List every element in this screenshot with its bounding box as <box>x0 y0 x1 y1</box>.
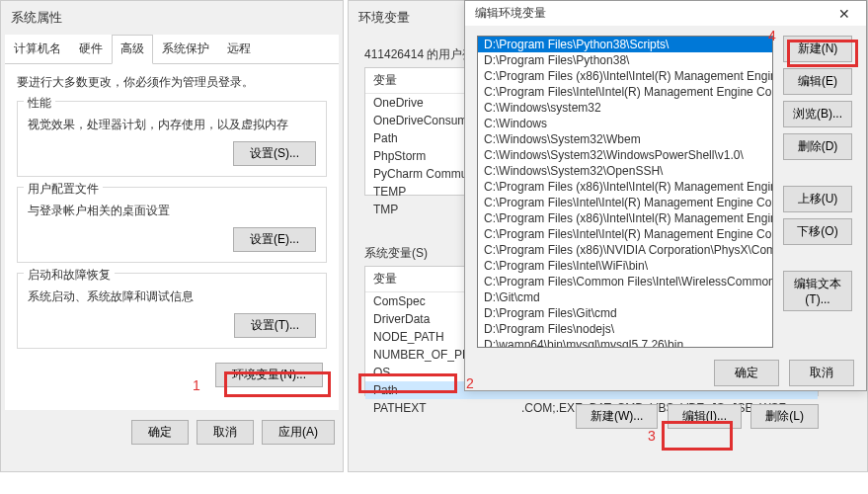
env-variables-button[interactable]: 环境变量(N)... <box>215 363 323 387</box>
browse-button[interactable]: 浏览(B)... <box>783 101 852 127</box>
path-item[interactable]: D:\Program Files\Git\cmd <box>478 305 772 321</box>
admin-note: 要进行大多数更改，你必须作为管理员登录。 <box>17 74 327 91</box>
sys-new-button[interactable]: 新建(W)... <box>576 404 658 429</box>
win1-body: 要进行大多数更改，你必须作为管理员登录。 性能 视觉效果，处理器计划，内存使用，… <box>5 64 339 410</box>
system-properties-window: 系统属性 计算机名 硬件 高级 系统保护 远程 要进行大多数更改，你必须作为管理… <box>0 0 344 472</box>
tab-computer-name[interactable]: 计算机名 <box>5 35 70 63</box>
user-settings-button[interactable]: 设置(E)... <box>233 227 316 252</box>
edit-env-variable-window: 编辑环境变量 ✕ D:\Program Files\Python38\Scrip… <box>464 0 867 391</box>
path-item[interactable]: C:\Windows <box>478 116 772 131</box>
group-user-profile: 用户配置文件 与登录帐户相关的桌面设置 设置(E)... <box>17 187 327 263</box>
path-item[interactable]: D:\Git\cmd <box>478 289 772 305</box>
win1-cancel-button[interactable]: 取消 <box>197 420 254 445</box>
path-item[interactable]: C:\Program Files (x86)\Intel\Intel(R) Ma… <box>478 179 772 195</box>
var-name: PATHEXT <box>365 399 513 417</box>
group-performance: 性能 视觉效果，处理器计划，内存使用，以及虚拟内存 设置(S)... <box>17 101 327 177</box>
tab-hardware[interactable]: 硬件 <box>70 35 112 63</box>
new-button[interactable]: 新建(N) <box>783 36 852 62</box>
marker-2: 2 <box>466 375 474 391</box>
group-performance-desc: 视觉效果，处理器计划，内存使用，以及虚拟内存 <box>28 117 316 133</box>
path-list[interactable]: D:\Program Files\Python38\Scripts\D:\Pro… <box>477 36 773 348</box>
tab-advanced[interactable]: 高级 <box>112 35 153 64</box>
startup-settings-button[interactable]: 设置(T)... <box>234 313 316 338</box>
win1-bottom-buttons: 确定 取消 应用(A) <box>1 410 343 454</box>
path-item[interactable]: C:\Windows\System32\WindowsPowerShell\v1… <box>478 147 772 163</box>
group-startup-title: 启动和故障恢复 <box>24 267 115 284</box>
path-item[interactable]: D:\Program Files\Python38\Scripts\ <box>478 37 772 52</box>
marker-3: 3 <box>648 428 656 444</box>
side-buttons: 新建(N) 编辑(E) 浏览(B)... 删除(D) 上移(U) 下移(O) 编… <box>783 36 852 348</box>
win1-ok-button[interactable]: 确定 <box>131 420 189 445</box>
marker-1: 1 <box>193 377 200 393</box>
move-down-button[interactable]: 下移(O) <box>783 218 852 245</box>
win3-title: 编辑环境变量 <box>475 5 546 22</box>
group-user-profile-title: 用户配置文件 <box>24 181 103 198</box>
win1-tabs: 计算机名 硬件 高级 系统保护 远程 <box>5 35 339 64</box>
group-performance-title: 性能 <box>24 95 55 112</box>
tab-system-protection[interactable]: 系统保护 <box>153 35 218 63</box>
sys-delete-button[interactable]: 删除(L) <box>750 404 819 429</box>
path-item[interactable]: C:\Program Files\Intel\Intel(R) Manageme… <box>478 195 772 210</box>
group-startup-desc: 系统启动、系统故障和调试信息 <box>28 288 316 305</box>
path-item[interactable]: C:\Program Files\Common Files\Intel\Wire… <box>478 274 772 289</box>
path-item[interactable]: C:\Program Files\Intel\WiFi\bin\ <box>478 258 772 274</box>
win3-ok-button[interactable]: 确定 <box>714 360 779 386</box>
move-up-button[interactable]: 上移(U) <box>783 186 852 212</box>
path-item[interactable]: C:\Program Files\Intel\Intel(R) Manageme… <box>478 84 772 100</box>
edit-button[interactable]: 编辑(E) <box>783 68 852 95</box>
group-startup-recovery: 启动和故障恢复 系统启动、系统故障和调试信息 设置(T)... <box>17 273 327 349</box>
path-item[interactable]: C:\Program Files (x86)\Intel\Intel(R) Ma… <box>478 68 772 84</box>
close-icon[interactable]: ✕ <box>823 6 866 22</box>
win1-title: 系统属性 <box>1 1 343 35</box>
path-item[interactable]: D:\Program Files\Python38\ <box>478 52 772 68</box>
path-item[interactable]: D:\wamp64\bin\mysql\mysql5.7.26\bin <box>478 337 772 348</box>
perf-settings-button[interactable]: 设置(S)... <box>233 141 316 166</box>
edit-text-button[interactable]: 编辑文本(T)... <box>783 271 852 311</box>
sys-edit-button[interactable]: 编辑(I)... <box>668 404 742 429</box>
path-item[interactable]: C:\Program Files (x86)\NVIDIA Corporatio… <box>478 242 772 258</box>
delete-button[interactable]: 删除(D) <box>783 133 852 160</box>
path-item[interactable]: C:\Windows\system32 <box>478 100 772 116</box>
path-item[interactable]: C:\Program Files\Intel\Intel(R) Manageme… <box>478 226 772 242</box>
marker-4: 4 <box>768 28 776 43</box>
path-item[interactable]: D:\Program Files\nodejs\ <box>478 321 772 337</box>
path-item[interactable]: C:\Program Files (x86)\Intel\Intel(R) Ma… <box>478 210 772 226</box>
path-item[interactable]: C:\Windows\System32\Wbem <box>478 131 772 147</box>
win1-apply-button[interactable]: 应用(A) <box>262 420 335 445</box>
tab-remote[interactable]: 远程 <box>218 35 260 63</box>
path-item[interactable]: C:\Windows\System32\OpenSSH\ <box>478 163 772 179</box>
win3-cancel-button[interactable]: 取消 <box>789 360 854 386</box>
group-user-profile-desc: 与登录帐户相关的桌面设置 <box>28 203 316 219</box>
